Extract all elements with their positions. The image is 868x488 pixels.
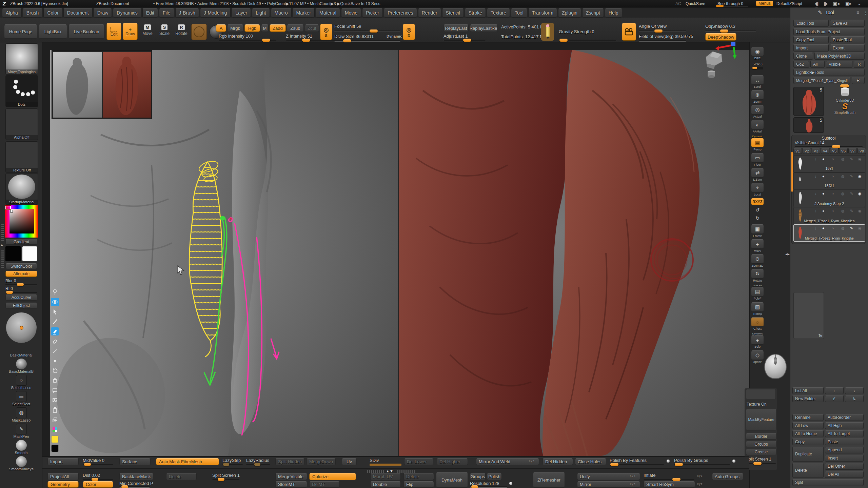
- tool-panel-menu-icon[interactable]: ≡: [856, 10, 859, 15]
- subtool-eye-icon[interactable]: ◉: [858, 157, 862, 161]
- visible-count-knob[interactable]: [832, 145, 840, 148]
- polish-features-track[interactable]: [610, 464, 664, 465]
- geometry-button[interactable]: Geometry: [47, 481, 79, 488]
- goz-r-button[interactable]: R: [854, 61, 865, 68]
- shelf-floor[interactable]: ▭Floor: [751, 153, 764, 166]
- gravity-knob[interactable]: [559, 39, 568, 42]
- crease-button[interactable]: Crease: [746, 449, 776, 455]
- resolution-knob[interactable]: [471, 485, 478, 488]
- secondary-color-swatch[interactable]: [22, 246, 37, 261]
- fillobject-button[interactable]: FillObject: [5, 303, 37, 309]
- menu-draw[interactable]: Draw: [94, 8, 112, 18]
- inflate-xyz-icon[interactable]: xyz: [697, 474, 703, 477]
- subtool-row-4[interactable]: ↓ ● ◑ ◍ ✎ ◉ Merged_TPose1_Ryan_Kingslien: [793, 207, 865, 224]
- shelf-zoom3d[interactable]: ⊙Zoom3D: [751, 254, 764, 267]
- color-section-button[interactable]: Color: [83, 481, 113, 488]
- shelf-local[interactable]: ⌖Local: [751, 183, 764, 196]
- copy-doc-icon[interactable]: ▣◂: [833, 1, 840, 6]
- subtool-moon-icon[interactable]: ◑: [832, 191, 834, 196]
- quick-thumb-masklasso[interactable]: ◍: [16, 407, 27, 418]
- double-button[interactable]: Double: [370, 481, 401, 488]
- resolution-mode-dot[interactable]: [509, 482, 512, 485]
- split-hidden-button[interactable]: Split Hidden: [275, 458, 304, 465]
- save-as-button[interactable]: Save As: [830, 20, 865, 27]
- subtool-paint-icon[interactable]: ●: [822, 174, 825, 178]
- move-up-button[interactable]: ↑: [825, 387, 844, 394]
- camera-flyout-icon[interactable]: [622, 23, 636, 41]
- del-other-button[interactable]: Del Other: [825, 463, 864, 470]
- auto-groups-button[interactable]: Auto Groups: [712, 473, 743, 480]
- inflate-slider[interactable]: Inflate: [644, 473, 655, 478]
- mrgb-button[interactable]: Mrgb: [227, 24, 243, 32]
- del-higher-button[interactable]: Del Higher: [437, 458, 468, 465]
- lazystep-track[interactable]: [222, 464, 243, 465]
- tray-scroll-stripes-2[interactable]: [1, 250, 4, 268]
- del-hidden-button[interactable]: Del Hidden: [542, 458, 573, 465]
- goz-visible-button[interactable]: Visible: [826, 61, 852, 68]
- depth-flyout-icon[interactable]: ◎D: [403, 24, 415, 40]
- rgb-intensity-track[interactable]: [219, 40, 276, 41]
- edit-button[interactable]: Edit: [106, 23, 121, 40]
- insert-button[interactable]: Insert: [825, 455, 864, 462]
- obj-shadow-knob[interactable]: [720, 29, 728, 33]
- adjust-last-track[interactable]: [443, 40, 486, 41]
- menu-layer[interactable]: Layer: [232, 8, 251, 18]
- subtool-eye-icon[interactable]: ◉: [858, 191, 862, 196]
- close-holes-button[interactable]: Close Holes: [575, 458, 606, 465]
- del-all-button[interactable]: Del All: [825, 471, 864, 478]
- quick-thumb-maskpen[interactable]: ✎: [16, 424, 27, 434]
- adjust-last-slider[interactable]: AdjustLast 1: [443, 34, 468, 39]
- camera-widget[interactable]: [703, 49, 724, 80]
- rgb-intensity-knob[interactable]: [262, 39, 270, 42]
- subtool-circle-icon[interactable]: ◍: [841, 174, 845, 179]
- mirror-weld-xyz-icon[interactable]: xyz: [529, 459, 535, 463]
- shelf-zoom[interactable]: ⊕Zoom: [751, 90, 764, 103]
- rf-knob[interactable]: [6, 291, 13, 294]
- subtool-brush-icon[interactable]: ✎: [850, 226, 853, 230]
- quick-item-basicmaterial[interactable]: BasicMaterial: [0, 353, 42, 357]
- tab-v2[interactable]: V2: [803, 148, 811, 154]
- groups-button[interactable]: Groups: [746, 441, 776, 447]
- menu-file[interactable]: File: [159, 8, 174, 18]
- texture-on-label[interactable]: Texture On: [747, 402, 767, 407]
- lightbox-tools-button[interactable]: Lightbox▶Tools: [793, 69, 865, 76]
- subtool-paint-icon[interactable]: ●: [822, 157, 825, 161]
- quick-item-smooth[interactable]: Smooth: [0, 451, 42, 455]
- load-tool-button[interactable]: Load Tool: [793, 20, 829, 27]
- live-boolean-button[interactable]: Live Boolean: [68, 24, 104, 39]
- delmt-button[interactable]: DelMT: [309, 481, 340, 488]
- quick-item-maskpen[interactable]: MaskPen: [0, 434, 42, 439]
- subtool-circle-icon[interactable]: ◍: [841, 157, 845, 161]
- spix-knob[interactable]: [752, 67, 757, 69]
- uv-button[interactable]: Uv: [342, 458, 357, 465]
- shelf-frame[interactable]: ▣Frame: [751, 224, 764, 238]
- quicksave-button[interactable]: QuickSave: [686, 1, 705, 6]
- shelf-scroll[interactable]: ↔Scroll: [751, 75, 764, 88]
- shelf-rxyz[interactable]: RXYZ: [751, 198, 764, 205]
- tab-v1[interactable]: V1: [793, 148, 802, 154]
- menu-help[interactable]: Help: [605, 8, 622, 18]
- menu-stroke[interactable]: Stroke: [465, 8, 486, 18]
- shelf-persp[interactable]: Dynamic▦Persp: [751, 135, 764, 151]
- menu-macro[interactable]: Macro: [271, 8, 292, 18]
- draw-size-knob[interactable]: [343, 39, 351, 42]
- quick-thumb-selectlasso[interactable]: ◌: [16, 375, 27, 386]
- menu-marker[interactable]: Marker: [293, 8, 315, 18]
- rgb-intensity-slider[interactable]: Rgb Intensity 100: [219, 34, 253, 39]
- dist-track[interactable]: [83, 479, 113, 480]
- subtool-row-5-selected[interactable]: ↓ ● ◑ ◍ ✎ ◉ Merged_TPose1_Ryan_Kingslie: [793, 224, 865, 242]
- dynamesh-button[interactable]: DynaMesh: [436, 472, 468, 488]
- menu-stencil[interactable]: Stencil: [442, 8, 464, 18]
- obj-shadow-slider[interactable]: ObjShadow 0.3: [705, 24, 735, 29]
- eye-icon[interactable]: [51, 298, 59, 306]
- menu-brush[interactable]: Brush: [23, 8, 43, 18]
- shelf-aahalf[interactable]: ◐AAHalf: [751, 120, 764, 133]
- menu-transform[interactable]: Transform: [528, 8, 557, 18]
- default-zscript-button[interactable]: DefaultZScript: [776, 1, 802, 6]
- brush-preview-sphere[interactable]: [6, 312, 37, 343]
- all-to-target-button[interactable]: All To Target: [825, 430, 864, 437]
- subtool-moon-icon[interactable]: ◑: [832, 174, 834, 178]
- palette-split-screen-slider[interactable]: Split Screen 1: [746, 457, 771, 462]
- blur-slider[interactable]: Blur 0: [5, 279, 16, 283]
- subtool-down-icon[interactable]: ↓: [815, 157, 817, 161]
